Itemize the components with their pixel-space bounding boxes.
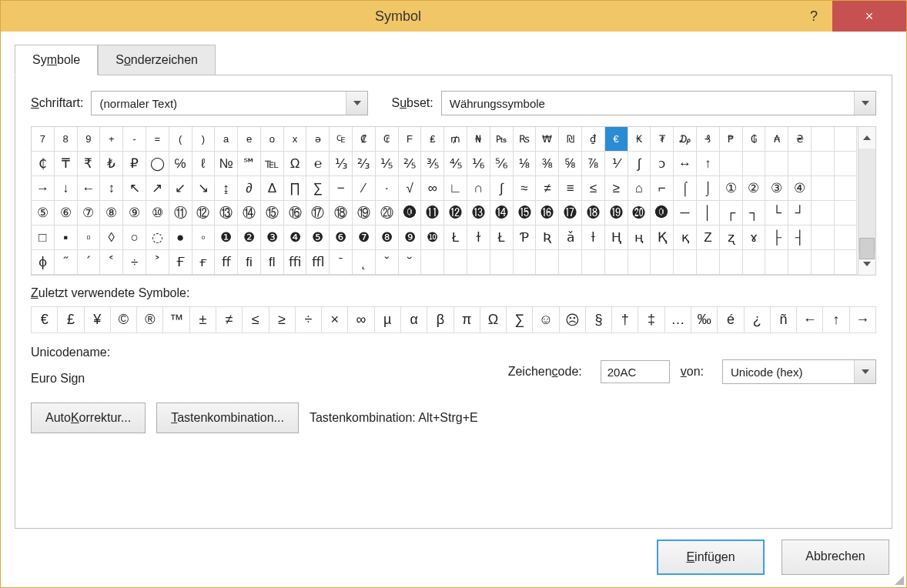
grid-cell[interactable]: ⌂: [628, 176, 651, 201]
grid-cell[interactable]: ₲: [743, 127, 766, 152]
close-button[interactable]: ×: [832, 1, 906, 32]
grid-cell[interactable]: ◦: [192, 226, 216, 250]
grid-cell[interactable]: ⅚: [490, 152, 514, 176]
grid-cell[interactable]: ⑳: [376, 201, 399, 226]
grid-cell[interactable]: ﬁ: [238, 250, 261, 275]
recent-cell[interactable]: ≥: [269, 307, 296, 333]
grid-cell[interactable]: ₯: [674, 127, 697, 152]
grid-cell[interactable]: √: [399, 176, 422, 201]
grid-cell[interactable]: [835, 127, 858, 152]
grid-cell[interactable]: ₮: [651, 127, 674, 152]
tab-special-chars[interactable]: Sonderzeichen: [98, 45, 216, 75]
grid-cell[interactable]: 7: [32, 127, 55, 152]
grid-cell[interactable]: ↕: [100, 176, 123, 201]
grid-cell[interactable]: ℡: [261, 152, 284, 176]
grid-cell[interactable]: ❺: [306, 226, 330, 250]
grid-cell[interactable]: ƚ: [582, 226, 605, 250]
grid-cell[interactable]: ◊: [100, 226, 123, 250]
grid-cell[interactable]: [582, 250, 605, 275]
grid-cell[interactable]: ↖: [123, 176, 146, 201]
grid-cell[interactable]: [421, 250, 444, 275]
grid-cell[interactable]: ⅞: [582, 152, 605, 176]
grid-cell[interactable]: ⓲: [582, 201, 605, 226]
grid-cell[interactable]: 8: [55, 127, 78, 152]
grid-cell[interactable]: [812, 250, 835, 275]
grid-cell[interactable]: ﬂ: [261, 250, 284, 275]
grid-cell[interactable]: [559, 250, 582, 275]
grid-cell[interactable]: ↔: [674, 152, 697, 176]
grid-cell[interactable]: ❼: [353, 226, 376, 250]
recent-cell[interactable]: ™: [163, 307, 189, 333]
grid-cell[interactable]: ⓰: [536, 201, 559, 226]
help-button[interactable]: ?: [795, 1, 832, 32]
recent-cell[interactable]: Ω: [480, 307, 507, 333]
grid-cell[interactable]: 9: [78, 127, 101, 152]
recent-cell[interactable]: ®: [137, 307, 163, 333]
grid-cell[interactable]: ₴: [788, 127, 812, 152]
grid-cell[interactable]: [835, 176, 858, 201]
grid-cell[interactable]: F: [399, 127, 422, 152]
grid-cell[interactable]: ˇ: [376, 250, 399, 275]
grid-cell[interactable]: ⑪: [169, 201, 192, 226]
grid-cell[interactable]: [444, 250, 467, 275]
recent-cell[interactable]: ∞: [348, 307, 374, 333]
grid-cell[interactable]: ⑲: [353, 201, 376, 226]
grid-cell[interactable]: ﬃ: [284, 250, 307, 275]
grid-cell[interactable]: ₥: [444, 127, 467, 152]
grid-cell[interactable]: [835, 226, 858, 250]
grid-cell[interactable]: қ: [674, 226, 697, 250]
resize-grip-icon[interactable]: [894, 575, 905, 586]
scroll-track[interactable]: [858, 149, 876, 253]
grid-cell[interactable]: ₸: [55, 152, 78, 176]
grid-cell[interactable]: ≥: [605, 176, 628, 201]
grid-cell[interactable]: ℠: [238, 152, 261, 176]
grid-cell[interactable]: ⓬: [444, 201, 467, 226]
grid-cell[interactable]: ʐ: [720, 226, 743, 250]
grid-cell[interactable]: ₪: [559, 127, 582, 152]
grid-cell[interactable]: ③: [765, 176, 788, 201]
recent-cell[interactable]: ↑: [823, 307, 849, 333]
grid-cell[interactable]: ⑥: [55, 201, 78, 226]
recent-cell[interactable]: ☺: [533, 307, 559, 333]
recent-cell[interactable]: ☹: [560, 307, 586, 333]
grid-cell[interactable]: ₱: [720, 127, 743, 152]
grid-cell[interactable]: Ʀ: [536, 226, 559, 250]
grid-cell[interactable]: ∩: [467, 176, 490, 201]
grid-cell[interactable]: ○: [123, 226, 146, 250]
grid-cell[interactable]: ₹: [78, 152, 101, 176]
scroll-thumb[interactable]: [859, 238, 875, 259]
grid-cell[interactable]: [812, 152, 835, 176]
grid-cell[interactable]: ₵: [32, 152, 55, 176]
grid-cell[interactable]: ≈: [514, 176, 537, 201]
grid-cell[interactable]: ₺: [100, 152, 123, 176]
chevron-down-icon[interactable]: [346, 92, 367, 115]
grid-cell[interactable]: e: [238, 127, 261, 152]
grid-cell[interactable]: ₰: [697, 127, 720, 152]
grid-cell[interactable]: ₡: [353, 127, 376, 152]
grid-cell[interactable]: €: [605, 127, 628, 152]
grid-cell[interactable]: x: [284, 127, 307, 152]
grid-cell[interactable]: ₳: [765, 127, 788, 152]
grid-cell[interactable]: ⑯: [284, 201, 307, 226]
grid-cell[interactable]: ⓱: [559, 201, 582, 226]
grid-cell[interactable]: [697, 250, 720, 275]
grid-cell[interactable]: ɤ: [743, 226, 766, 250]
grid-cell[interactable]: [812, 127, 835, 152]
grid-cell[interactable]: ₤: [421, 127, 444, 152]
grid-cell[interactable]: ┌: [720, 201, 743, 226]
grid-cell[interactable]: [605, 250, 628, 275]
grid-cell[interactable]: ₽: [123, 152, 146, 176]
grid-cell[interactable]: ↑: [697, 152, 720, 176]
grid-cell[interactable]: ∞: [421, 176, 444, 201]
grid-cell[interactable]: ₧: [490, 127, 514, 152]
grid-cell[interactable]: Ƥ: [514, 226, 537, 250]
cancel-button[interactable]: Abbrechen: [781, 540, 889, 575]
grid-cell[interactable]: ┐: [743, 201, 766, 226]
grid-cell[interactable]: ●: [169, 226, 192, 250]
grid-cell[interactable]: [835, 201, 858, 226]
grid-cell[interactable]: o: [261, 127, 284, 152]
recent-cell[interactable]: →: [850, 307, 876, 333]
grid-cell[interactable]: [835, 152, 858, 176]
grid-cell[interactable]: [674, 250, 697, 275]
grid-cell[interactable]: [765, 152, 788, 176]
